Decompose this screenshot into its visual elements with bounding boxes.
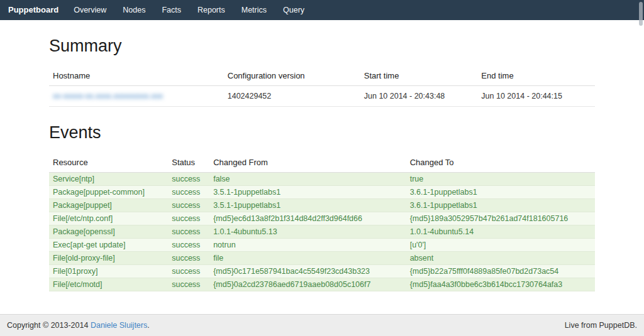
event-status: success: [168, 239, 209, 252]
hostname-cell: xx-xxxxx-xx.xxxx.xxxxxxxxx.xxx: [49, 86, 224, 107]
event-changed-to: 3.6.1-1puppetlabs1: [406, 199, 595, 212]
hostname-link[interactable]: xx-xxxxx-xx.xxxx.xxxxxxxxx.xxx: [53, 92, 163, 100]
event-status: success: [168, 265, 209, 278]
event-changed-from: {md5}0a2cd23786aed6719aaeb08d05c106f7: [209, 278, 406, 291]
event-changed-from: false: [209, 173, 406, 186]
event-row: Package[puppet]success3.5.1-1puppetlabs1…: [49, 199, 595, 212]
event-changed-from: {md5}ec6d13a8f2b1f314d84d2ff3d964fd66: [209, 212, 406, 225]
events-col-changed-from: Changed From: [209, 153, 406, 173]
summary-table: Hostname Configuration version Start tim…: [49, 66, 595, 107]
event-row: Package[puppet-common]success3.5.1-1pupp…: [49, 186, 595, 199]
brand-link[interactable]: Puppetboard: [1, 0, 65, 20]
event-resource: Package[puppet]: [49, 199, 168, 212]
event-changed-to: true: [406, 173, 595, 186]
summary-header-row: Hostname Configuration version Start tim…: [49, 66, 595, 86]
event-row: File[old-proxy-file]successfileabsent: [49, 252, 595, 265]
event-resource: Package[openssl]: [49, 225, 168, 239]
event-row: Service[ntp]successfalsetrue: [49, 173, 595, 186]
event-changed-from: 1.0.1-4ubuntu5.13: [209, 225, 406, 239]
event-row: File[/etc/ntp.conf]success{md5}ec6d13a8f…: [49, 212, 595, 225]
event-status: success: [168, 199, 209, 212]
nav-item-nodes[interactable]: Nodes: [114, 0, 153, 20]
events-header-row: Resource Status Changed From Changed To: [49, 153, 595, 173]
event-resource: File[01proxy]: [49, 265, 168, 278]
event-changed-to: {md5}faa4a3f0bbe6c3b614bcc1730764afa3: [406, 278, 595, 291]
event-changed-to: 3.6.1-1puppetlabs1: [406, 186, 595, 199]
end-time-value: Jun 10 2014 - 20:44:15: [477, 86, 595, 107]
event-status: success: [168, 278, 209, 291]
event-row: File[/etc/motd]success{md5}0a2cd23786aed…: [49, 278, 595, 291]
nav-item-metrics[interactable]: Metrics: [233, 0, 275, 20]
event-resource: Package[puppet-common]: [49, 186, 168, 199]
events-table: Resource Status Changed From Changed To …: [49, 153, 595, 291]
nav-item-overview[interactable]: Overview: [65, 0, 114, 20]
event-row: Exec[apt-get update]successnotrun[u'0']: [49, 239, 595, 252]
event-changed-to: [u'0']: [406, 239, 595, 252]
event-changed-from: file: [209, 252, 406, 265]
event-resource: Service[ntp]: [49, 173, 168, 186]
summary-col-start-time: Start time: [360, 66, 478, 86]
event-row: Package[openssl]success1.0.1-4ubuntu5.13…: [49, 225, 595, 239]
event-status: success: [168, 173, 209, 186]
summary-heading: Summary: [49, 36, 595, 56]
footer-copyright: Copyright © 2013-2014 Daniele Sluijters.: [7, 321, 150, 330]
copyright-text: Copyright © 2013-2014: [7, 321, 91, 330]
event-resource: File[old-proxy-file]: [49, 252, 168, 265]
summary-row: xx-xxxxx-xx.xxxx.xxxxxxxxx.xxx 140242945…: [49, 86, 595, 107]
events-heading: Events: [49, 123, 595, 143]
event-resource: File[/etc/motd]: [49, 278, 168, 291]
events-col-status: Status: [168, 153, 209, 173]
events-col-changed-to: Changed To: [406, 153, 595, 173]
nav-items: OverviewNodesFactsReportsMetricsQuery: [65, 0, 313, 20]
event-status: success: [168, 212, 209, 225]
nav-item-query[interactable]: Query: [275, 0, 313, 20]
puppetdb-status: Live from PuppetDB.: [565, 321, 637, 330]
event-changed-from: {md5}0c171e587941bac4c5549f23cd43b323: [209, 265, 406, 278]
copyright-suffix: .: [147, 321, 149, 330]
event-changed-to: absent: [406, 252, 595, 265]
summary-col-config-version: Configuration version: [224, 66, 360, 86]
event-status: success: [168, 186, 209, 199]
footer: Copyright © 2013-2014 Daniele Sluijters.…: [0, 314, 644, 336]
event-changed-to: 1.0.1-4ubuntu5.14: [406, 225, 595, 239]
event-changed-from: notrun: [209, 239, 406, 252]
event-row: File[01proxy]success{md5}0c171e587941bac…: [49, 265, 595, 278]
event-changed-from: 3.5.1-1puppetlabs1: [209, 186, 406, 199]
event-resource: Exec[apt-get update]: [49, 239, 168, 252]
navbar: Puppetboard OverviewNodesFactsReportsMet…: [0, 0, 644, 20]
event-status: success: [168, 225, 209, 239]
author-link[interactable]: Daniele Sluijters: [91, 321, 147, 330]
event-changed-to: {md5}b22a75fff0f4889a85fe07bd2d73ac54: [406, 265, 595, 278]
summary-col-hostname: Hostname: [49, 66, 224, 86]
summary-col-end-time: End time: [477, 66, 595, 86]
start-time-value: Jun 10 2014 - 20:43:48: [360, 86, 478, 107]
main-content: Summary Hostname Configuration version S…: [49, 20, 595, 291]
event-changed-from: 3.5.1-1puppetlabs1: [209, 199, 406, 212]
nav-item-facts[interactable]: Facts: [153, 0, 189, 20]
event-changed-to: {md5}189a3052957b47b261ad74f181605716: [406, 212, 595, 225]
config-version-value: 1402429452: [224, 86, 360, 107]
scrollbar-thumb[interactable]: [639, 2, 643, 26]
event-resource: File[/etc/ntp.conf]: [49, 212, 168, 225]
event-status: success: [168, 252, 209, 265]
events-col-resource: Resource: [49, 153, 168, 173]
nav-item-reports[interactable]: Reports: [189, 0, 233, 20]
